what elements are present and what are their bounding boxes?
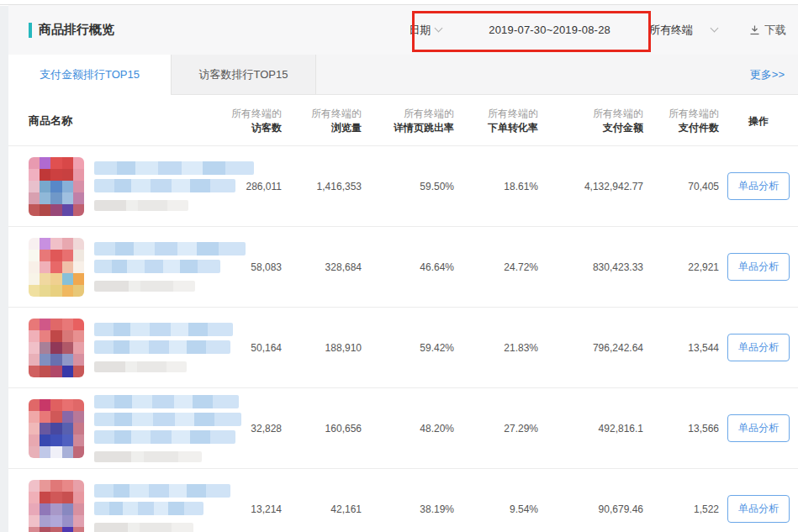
col-header-order-conversion: 所有终端的 下单转化率 <box>454 95 538 146</box>
col-header-bounce-rate: 所有终端的 详情页跳出率 <box>362 95 454 146</box>
product-cell <box>8 308 210 388</box>
tab-bar-rest: 更多>> <box>316 55 798 94</box>
table-row: 32,828 160,656 48.20% 27.29% 492,816.1 1… <box>8 388 798 469</box>
payment-items-value: 70,405 <box>643 146 719 227</box>
payment-amount-value: 90,679.46 <box>538 469 643 532</box>
table-row: 50,164 188,910 59.42% 21.83% 796,242.64 … <box>8 308 798 388</box>
product-thumbnail[interactable] <box>29 480 84 532</box>
order-conversion-value: 18.61% <box>454 146 538 227</box>
bounce-rate-value: 38.19% <box>362 469 454 532</box>
product-name-blurred[interactable] <box>94 395 241 462</box>
tab-bar: 支付金额排行TOP15 访客数排行TOP15 更多>> <box>8 55 798 95</box>
product-name-blurred[interactable] <box>94 161 254 211</box>
tab-payment-ranking[interactable]: 支付金额排行TOP15 <box>8 55 171 95</box>
product-name-blurred[interactable] <box>94 242 246 292</box>
download-button[interactable]: 下载 <box>749 23 786 38</box>
download-label: 下载 <box>764 23 786 38</box>
table-row: 58,083 328,684 46.64% 24.72% 830,423.33 … <box>8 227 798 308</box>
more-link[interactable]: 更多>> <box>750 67 785 82</box>
payment-amount-value: 4,132,942.77 <box>538 146 643 227</box>
payment-items-value: 22,921 <box>643 227 719 308</box>
col-header-pageviews: 所有终端的 浏览量 <box>282 95 362 146</box>
bounce-rate-value: 59.42% <box>362 308 454 388</box>
header-controls: 日期 2019-07-30~2019-08-28 所有终端 下载 <box>409 23 786 38</box>
product-thumbnail[interactable] <box>29 238 84 297</box>
item-analysis-button[interactable]: 单品分析 <box>727 414 790 442</box>
bounce-rate-value: 46.64% <box>362 227 454 308</box>
product-name-blurred[interactable] <box>94 323 233 372</box>
product-thumbnail[interactable] <box>29 399 84 458</box>
payment-items-value: 1,522 <box>643 469 719 532</box>
chevron-down-icon <box>711 24 719 33</box>
payment-items-value: 13,544 <box>643 308 719 388</box>
product-cell <box>8 469 210 532</box>
product-cell <box>8 227 210 308</box>
order-conversion-value: 27.29% <box>454 388 538 469</box>
product-cell <box>8 388 210 469</box>
item-analysis-button[interactable]: 单品分析 <box>727 495 790 523</box>
product-thumbnail[interactable] <box>29 319 84 377</box>
bounce-rate-value: 59.50% <box>362 146 454 227</box>
panel-title-wrap: 商品排行概览 <box>29 22 114 38</box>
col-header-product-name: 商品名称 <box>8 95 210 146</box>
panel-header: 商品排行概览 日期 2019-07-30~2019-08-28 所有终端 下载 <box>8 5 798 55</box>
order-conversion-value: 24.72% <box>454 227 538 308</box>
payment-amount-value: 492,816.1 <box>538 388 643 469</box>
pageviews-value: 328,684 <box>282 227 362 308</box>
terminal-dropdown-label: 所有终端 <box>649 23 693 38</box>
pageviews-value: 188,910 <box>282 308 362 388</box>
table-row: 286,011 1,416,353 59.50% 18.61% 4,132,94… <box>8 146 798 227</box>
item-analysis-button[interactable]: 单品分析 <box>727 334 790 361</box>
col-header-payment-items: 所有终端的 支付件数 <box>643 95 719 146</box>
col-header-payment-amount: 所有终端的 支付金额 <box>538 95 643 146</box>
tab-visitor-ranking[interactable]: 访客数排行TOP15 <box>171 55 316 94</box>
pageviews-value: 1,416,353 <box>282 146 362 227</box>
download-icon <box>749 24 760 35</box>
page-title: 商品排行概览 <box>39 22 114 38</box>
table-row: 13,214 42,161 38.19% 9.54% 90,679.46 1,5… <box>8 469 798 532</box>
order-conversion-value: 9.54% <box>454 469 538 532</box>
left-gutter <box>0 6 8 532</box>
date-range-value[interactable]: 2019-07-30~2019-08-28 <box>489 24 610 36</box>
date-dropdown[interactable]: 日期 <box>409 23 441 38</box>
product-ranking-table: 商品名称 所有终端的 访客数 所有终端的 浏览量 所有终端的 详情页跳出率 所有… <box>8 95 798 532</box>
order-conversion-value: 21.83% <box>454 308 538 388</box>
col-header-visitors: 所有终端的 访客数 <box>210 95 282 146</box>
pageviews-value: 42,161 <box>282 469 362 532</box>
payment-items-value: 13,566 <box>643 388 719 469</box>
product-ranking-panel: 商品排行概览 日期 2019-07-30~2019-08-28 所有终端 下载 … <box>8 5 798 532</box>
payment-amount-value: 830,423.33 <box>538 227 643 308</box>
chevron-down-icon <box>435 24 443 33</box>
product-thumbnail[interactable] <box>29 157 84 216</box>
table-header-row: 商品名称 所有终端的 访客数 所有终端的 浏览量 所有终端的 详情页跳出率 所有… <box>8 95 798 146</box>
pageviews-value: 160,656 <box>282 388 362 469</box>
product-name-blurred[interactable] <box>94 484 230 532</box>
item-analysis-button[interactable]: 单品分析 <box>727 253 790 281</box>
terminal-dropdown[interactable]: 所有终端 <box>649 23 717 38</box>
item-analysis-button[interactable]: 单品分析 <box>727 172 790 200</box>
payment-amount-value: 796,242.64 <box>538 308 643 388</box>
col-header-actions: 操作 <box>719 95 798 146</box>
title-accent-bar <box>29 23 32 38</box>
product-cell <box>8 146 210 227</box>
date-dropdown-label: 日期 <box>409 23 431 38</box>
bounce-rate-value: 48.20% <box>362 388 454 469</box>
